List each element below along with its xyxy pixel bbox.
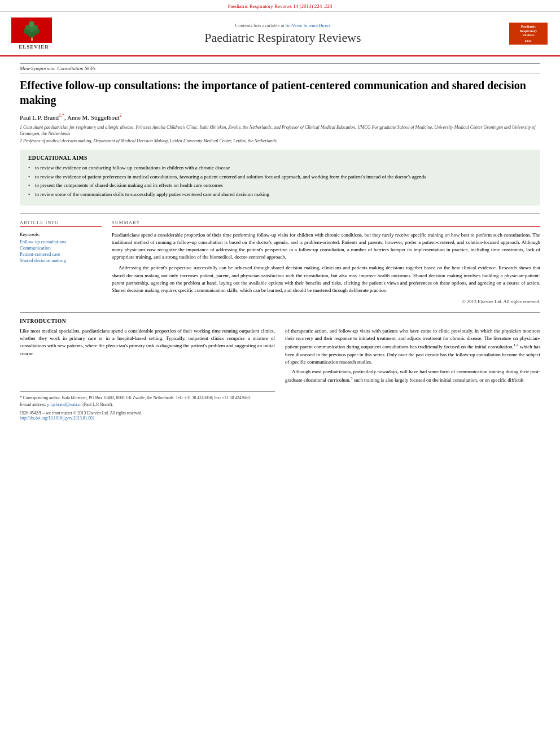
introduction-columns: Like most medical specialists, paediatri… xyxy=(20,327,540,421)
journal-citation: Paediatric Respiratory Reviews 14 (2013)… xyxy=(228,3,333,9)
introduction-heading: INTRODUCTION xyxy=(20,318,540,324)
logo-graphic xyxy=(11,18,52,43)
intro-paragraph1: Like most medical specialists, paediatri… xyxy=(20,327,275,357)
article-info-title: ARTICLE INFO xyxy=(20,220,102,227)
intro-right-text: of therapeutic action, and follow-up vis… xyxy=(285,327,540,384)
main-content: Mini-Symposium: Consultation Skills Effe… xyxy=(0,56,560,432)
article-info-column: ARTICLE INFO Keywords: Follow-up consult… xyxy=(20,220,102,305)
summary-paragraph1: Paediatricians spend a considerable prop… xyxy=(112,231,540,261)
copyright-footer: 1526-0542/$ – see front matter © 2013 El… xyxy=(20,410,275,421)
authors-line: Paul L.P. Brand1,*, Anne M. Stiggelbout2 xyxy=(20,113,540,121)
intro-left-text: Like most medical specialists, paediatri… xyxy=(20,327,275,357)
edu-aims-item: to review the evidence of patient prefer… xyxy=(28,173,532,181)
edu-aims-item: to review some of the communication skil… xyxy=(28,191,532,198)
header-area: ELSEVIER Contents lists available at Sci… xyxy=(0,12,560,56)
keywords-label: Keywords: xyxy=(20,231,102,237)
author2-sup: 2 xyxy=(120,113,122,118)
author1-name: Paul L.P. Brand xyxy=(20,114,59,121)
footnote-area: * Corresponding author. Isala klinieken,… xyxy=(20,391,275,408)
introduction-section: INTRODUCTION Like most medical specialis… xyxy=(20,312,540,421)
summary-column: SUMMARY Paediatricians spend a considera… xyxy=(112,220,540,305)
contents-line: Contents lists available at SciVerse Sci… xyxy=(68,23,498,28)
elsevier-text: ELSEVIER xyxy=(11,44,56,50)
page-container: Paediatric Respiratory Reviews 14 (2013)… xyxy=(0,0,560,432)
edu-aims-item: to review the evidence on conducting fol… xyxy=(28,164,532,172)
author2-name: , Anne M. Stiggelbout xyxy=(64,114,119,121)
intro-paragraph3: Although most paediatricians, particular… xyxy=(285,368,540,384)
keyword-1[interactable]: Follow-up consultations xyxy=(20,239,102,244)
keyword-3[interactable]: Patient-centered care xyxy=(20,251,102,257)
doi-link[interactable]: http://dx.doi.org/10.1016/j.prrv.2013.01… xyxy=(20,416,95,421)
article-info-summary-section: ARTICLE INFO Keywords: Follow-up consult… xyxy=(20,213,540,305)
intro-paragraph2: of therapeutic action, and follow-up vis… xyxy=(285,327,540,366)
top-bar: Paediatric Respiratory Reviews 14 (2013)… xyxy=(0,0,560,12)
edu-aims-list: to review the evidence on conducting fol… xyxy=(28,164,532,198)
edu-aims-title: EDUCATIONAL AIMS xyxy=(28,155,532,161)
journal-logo-box: PaediatricRespiratoryReviews ▶▶▶ xyxy=(509,23,548,45)
intro-right-col: of therapeutic action, and follow-up vis… xyxy=(285,327,540,421)
email-footnote: E-mail address: p.l.p.brand@isala.nl (Pa… xyxy=(20,402,275,408)
svg-point-6 xyxy=(25,25,30,30)
affiliations: 1 Consultant paediatrician for respirato… xyxy=(20,124,540,145)
email-link[interactable]: p.l.p.brand@isala.nl xyxy=(47,402,82,407)
svg-point-7 xyxy=(33,25,38,30)
header-middle: Contents lists available at SciVerse Sci… xyxy=(56,23,509,45)
tree-icon xyxy=(16,20,47,41)
sciverse-link[interactable]: SciVerse ScienceDirect xyxy=(286,23,331,28)
keyword-4[interactable]: Shared decision making xyxy=(20,257,102,263)
keyword-2[interactable]: Communication xyxy=(20,245,102,251)
journal-logo-right: PaediatricRespiratoryReviews ▶▶▶ xyxy=(509,23,549,45)
affiliation1: 1 Consultant paediatrician for respirato… xyxy=(20,124,540,137)
edu-aims-item: to present the components of shared deci… xyxy=(28,182,532,189)
elsevier-logo: ELSEVIER xyxy=(11,18,56,50)
summary-copyright: © 2013 Elsevier Ltd. All rights reserved… xyxy=(112,299,540,304)
educational-aims-box: EDUCATIONAL AIMS to review the evidence … xyxy=(20,150,540,205)
summary-title: SUMMARY xyxy=(112,220,540,227)
affiliation2: 2 Professor of medical decision making, … xyxy=(20,138,540,144)
journal-title-header: Paediatric Respiratory Reviews xyxy=(68,30,498,45)
article-title: Effective follow-up consultations: the i… xyxy=(20,78,540,107)
mini-symposium-tag: Mini-Symposium: Consultation Skills xyxy=(20,63,540,73)
intro-left-col: Like most medical specialists, paediatri… xyxy=(20,327,275,421)
author1-sup: 1,* xyxy=(59,113,64,118)
summary-paragraph2: Addressing the patient's perspective suc… xyxy=(112,264,540,294)
corresponding-footnote: * Corresponding author. Isala klinieken,… xyxy=(20,395,275,401)
keywords-section: Keywords: Follow-up consultations Commun… xyxy=(20,231,102,263)
summary-text: Paediatricians spend a considerable prop… xyxy=(112,231,540,295)
